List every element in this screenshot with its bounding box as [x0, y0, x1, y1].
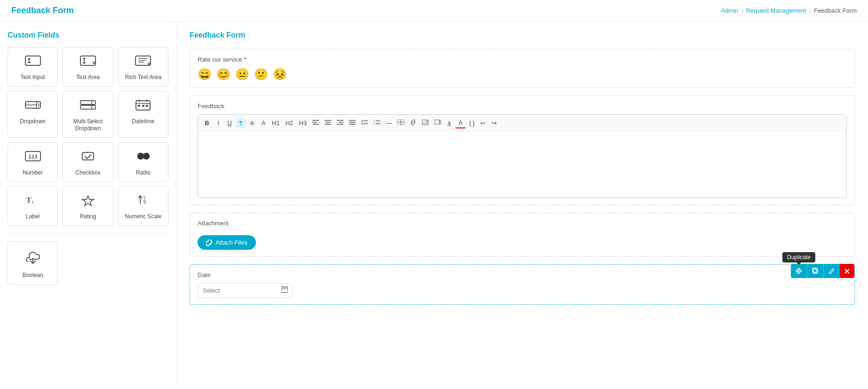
section-rate-service: Rate our service * 😄 😊 😐 😕 😣 [190, 49, 855, 88]
rte-body[interactable] [198, 132, 846, 198]
field-rich-text-area[interactable]: Rich Text Area [118, 47, 168, 87]
numeric-scale-icon: 9 1 [135, 193, 151, 209]
breadcrumb-admin[interactable]: Admin [721, 7, 738, 14]
breadcrumb-request-mgmt[interactable]: Request Management [746, 7, 806, 14]
section-date: Date Duplicate [190, 264, 855, 305]
rte-image[interactable] [420, 118, 431, 128]
field-rating-label: Rating [80, 213, 96, 221]
field-grid-bottom: Boolean [8, 241, 168, 285]
field-numeric-scale[interactable]: 9 1 Numeric Scale [118, 186, 168, 226]
sidebar-title: Custom Fields [8, 31, 168, 40]
svg-point-68 [426, 121, 428, 122]
multi-select-dropdown-icon [80, 98, 96, 114]
svg-rect-21 [80, 101, 96, 104]
field-text-input[interactable]: Text Input [8, 47, 58, 87]
breadcrumb-current: Feedback Form [814, 7, 857, 14]
emoji-rating-row: 😄 😊 😐 😕 😣 [198, 68, 847, 81]
rte-redo[interactable]: ↪ [489, 118, 500, 128]
move-button[interactable] [791, 264, 807, 278]
rte-align-right[interactable] [334, 118, 346, 128]
field-boolean[interactable]: Boolean [8, 241, 58, 285]
field-text-area[interactable]: Text Area [63, 47, 113, 87]
rte-undo[interactable]: ↩ [478, 118, 488, 128]
rte-h3[interactable]: H3 [296, 118, 309, 128]
svg-rect-69 [434, 120, 439, 124]
rte-hr[interactable]: — [383, 118, 394, 128]
rte-align-center[interactable] [322, 118, 334, 128]
field-datetime[interactable]: Datetime [118, 91, 168, 138]
rte-toolbar: B I U ¶ S A H1 H2 H3 [198, 115, 846, 132]
rich-text-area-icon [135, 54, 151, 70]
close-icon [844, 269, 850, 274]
edit-button[interactable] [823, 264, 839, 278]
attach-icon [206, 239, 213, 246]
section-feedback: Feedback B I U ¶ S A H1 H2 H3 [190, 95, 855, 205]
emoji-1[interactable]: 😄 [198, 68, 212, 81]
rte-align-left[interactable] [310, 118, 321, 128]
field-checkbox-label: Checkbox [75, 169, 100, 177]
rate-service-label: Rate our service * [198, 56, 847, 63]
rte-underline[interactable]: U [224, 118, 235, 128]
svg-text:2.: 2. [374, 122, 375, 125]
rte-justify[interactable] [347, 118, 358, 128]
svg-text:T: T [26, 196, 32, 204]
svg-rect-22 [80, 105, 96, 109]
duplicate-tooltip-wrap: Duplicate [791, 264, 807, 278]
rte-code[interactable]: A [444, 119, 454, 127]
text-area-icon [80, 54, 96, 70]
datetime-icon [135, 98, 151, 114]
svg-point-57 [361, 123, 363, 125]
rte-link[interactable] [407, 118, 419, 128]
field-dropdown-label: Dropdown [20, 118, 46, 126]
delete-button[interactable] [839, 264, 854, 278]
emoji-3[interactable]: 😐 [235, 68, 249, 81]
field-dropdown[interactable]: Dropdown [8, 91, 58, 138]
emoji-4[interactable]: 😕 [254, 68, 268, 81]
rte-numbered-list[interactable]: 1.2. [371, 118, 382, 128]
label-field-icon: T t [24, 193, 41, 209]
svg-rect-30 [142, 105, 144, 107]
svg-rect-0 [25, 56, 40, 65]
attachment-label: Attachment [198, 220, 847, 227]
field-checkbox[interactable]: Checkbox [63, 143, 113, 182]
page-title: Feedback Form [11, 6, 74, 16]
rte-h2[interactable]: H2 [283, 118, 296, 128]
main-content: Feedback Form Rate our service * 😄 😊 😐 😕… [176, 22, 868, 387]
main-title: Feedback Form [190, 31, 855, 40]
boolean-icon [24, 248, 41, 268]
attach-files-button[interactable]: Attach Files [198, 235, 256, 250]
rte-strikethrough[interactable]: S [247, 119, 257, 127]
rte-text-color[interactable]: A [455, 118, 466, 128]
field-radio[interactable]: Radio [118, 143, 168, 182]
rte-bullet-list[interactable] [359, 118, 370, 128]
rating-icon [80, 193, 96, 209]
rte-font[interactable]: A [258, 118, 269, 128]
rte-bold[interactable]: B [202, 118, 212, 128]
date-label: Date [198, 271, 847, 278]
rte-h1[interactable]: H1 [270, 118, 282, 128]
emoji-2[interactable]: 😊 [216, 68, 231, 81]
feedback-label: Feedback [198, 103, 847, 110]
rte-paragraph[interactable]: ¶ [236, 118, 246, 128]
header: Feedback Form Admin › Request Management… [0, 0, 868, 22]
field-rating[interactable]: Rating [63, 186, 113, 226]
date-input[interactable] [198, 283, 292, 298]
dropdown-icon [24, 98, 41, 114]
field-multi-select-dropdown[interactable]: Multi-Select Dropdown [63, 91, 113, 138]
field-number[interactable]: 123 Number [8, 143, 58, 182]
rte-media[interactable] [432, 118, 443, 128]
rte-table[interactable] [395, 118, 406, 128]
svg-point-36 [143, 153, 150, 159]
sidebar: Custom Fields Text Input [0, 22, 176, 387]
duplicate-button[interactable] [807, 264, 823, 278]
field-radio-label: Radio [136, 169, 151, 177]
svg-rect-34 [82, 152, 94, 160]
rte-italic[interactable]: I [213, 118, 223, 128]
emoji-5[interactable]: 😣 [273, 68, 287, 81]
checkbox-icon [80, 150, 96, 166]
move-icon [796, 268, 802, 274]
date-input-wrap [198, 283, 292, 298]
field-label[interactable]: T t Label [8, 186, 58, 226]
rte-brackets[interactable]: [ ] [467, 118, 477, 128]
required-indicator: * [244, 56, 247, 63]
